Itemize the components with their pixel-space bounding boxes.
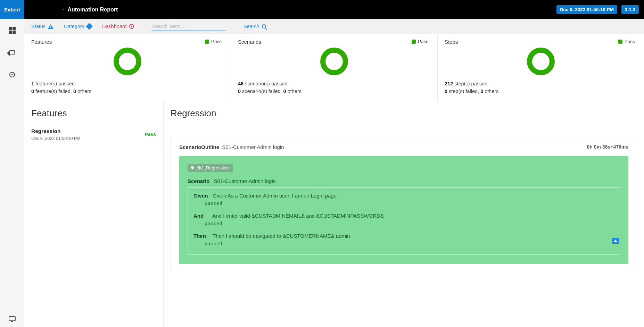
filter-status[interactable]: Status bbox=[31, 24, 53, 29]
steps-passed-text: step(s) passed bbox=[453, 81, 487, 86]
features-others-text: others bbox=[76, 89, 91, 94]
donut-features bbox=[114, 48, 141, 75]
card-scenarios-legend: Pass bbox=[418, 39, 428, 44]
summary-row: Features Pass 1 feature(s) passed 0 feat… bbox=[24, 34, 644, 102]
pass-dot-icon bbox=[205, 40, 209, 44]
card-features-legend: Pass bbox=[211, 39, 222, 44]
outline-name: S01-Customer Admin login bbox=[222, 144, 284, 150]
scenarios-passed-text: scenario(s) passed bbox=[243, 81, 288, 86]
tag-icon bbox=[190, 166, 195, 170]
step-row: Given Given As a Customer Admin user, I … bbox=[193, 193, 614, 206]
features-others-count: 0 bbox=[73, 89, 76, 94]
feature-item-regression[interactable]: Regression Dec 9, 2022 01:50:10 PM Pass bbox=[24, 123, 163, 146]
step-result: passed bbox=[205, 221, 614, 226]
step-text: Given As a Customer Admin user, I am on … bbox=[213, 193, 337, 199]
filter-status-label: Status bbox=[31, 24, 46, 29]
card-scenarios-title: Scenarios bbox=[238, 39, 430, 45]
feature-item-time: Dec 9, 2022 01:50:10 PM bbox=[31, 136, 156, 141]
scenarios-failed-count: 0 bbox=[238, 89, 241, 94]
dashboard-icon[interactable] bbox=[8, 26, 16, 34]
filter-dashboard[interactable]: Dashboard bbox=[102, 24, 134, 29]
steps-others-text: others bbox=[483, 89, 498, 94]
pass-dot-icon bbox=[618, 40, 622, 44]
nav-rail bbox=[0, 19, 24, 327]
filter-dashboard-label: Dashboard bbox=[102, 24, 127, 29]
step-text: And I enter valid &CUSTADMINEMAIL& and &… bbox=[212, 213, 383, 219]
detail-heading: Regression bbox=[164, 102, 644, 123]
features-passed-count: 1 bbox=[31, 81, 34, 86]
analysis-icon[interactable] bbox=[8, 70, 16, 79]
step-keyword: And bbox=[193, 213, 208, 219]
outline-label: ScenarioOutline bbox=[179, 144, 219, 150]
card-features-title: Features bbox=[31, 39, 224, 45]
step-box: Given Given As a Customer Admin user, I … bbox=[188, 187, 620, 255]
steps-failed-count: 0 bbox=[445, 89, 447, 94]
scenario-name: S01-Customer Admin login bbox=[214, 178, 276, 184]
steps-failed-text: step(s) failed, bbox=[447, 89, 480, 94]
tag-pill[interactable]: @J_Regression bbox=[188, 164, 233, 172]
search-input[interactable] bbox=[151, 22, 226, 31]
screenshot-icon[interactable] bbox=[612, 238, 619, 244]
card-scenarios: Scenarios Pass 46 scenario(s) passed 0 s… bbox=[231, 34, 438, 102]
step-result: passed bbox=[205, 201, 614, 206]
pass-dot-icon bbox=[412, 40, 416, 44]
search-button[interactable]: Search bbox=[243, 24, 266, 29]
card-steps-legend: Pass bbox=[625, 39, 635, 44]
card-steps: Steps Pass 212 step(s) passed 0 step(s) … bbox=[438, 34, 644, 102]
filter-bar: Status Category Dashboard Search bbox=[24, 19, 644, 34]
scenario-label: Scenario bbox=[188, 178, 209, 184]
detail-pane[interactable]: Regression ScenarioOutline S01-Customer … bbox=[163, 102, 644, 327]
scenarios-others-count: 0 bbox=[283, 89, 286, 94]
warning-icon bbox=[48, 24, 53, 29]
features-pane: Features Regression Dec 9, 2022 01:50:10… bbox=[24, 102, 163, 327]
outline-duration: 0h 0m 38s+476ms bbox=[587, 144, 628, 150]
scenarios-failed-text: scenario(s) failed, bbox=[241, 89, 283, 94]
report-title: Automation Report bbox=[63, 7, 118, 13]
scenarios-others-text: others bbox=[286, 89, 302, 94]
features-heading: Features bbox=[24, 102, 163, 123]
feature-item-status: Pass bbox=[145, 132, 156, 137]
features-failed-count: 0 bbox=[31, 89, 34, 94]
card-features: Features Pass 1 feature(s) passed 0 feat… bbox=[24, 34, 231, 102]
feature-item-title: Regression bbox=[31, 128, 156, 134]
timestamp-badge: Dec 9, 2022 01:50:10 PM bbox=[556, 5, 617, 14]
step-text: Then I should be navigated to &CUSTOMERN… bbox=[213, 233, 350, 239]
device-icon[interactable] bbox=[8, 315, 16, 323]
donut-scenarios bbox=[320, 48, 348, 75]
logo[interactable]: Extent bbox=[0, 0, 24, 19]
step-result: passed bbox=[205, 241, 614, 246]
version-badge: 3.1.2 bbox=[621, 5, 639, 14]
step-keyword: Then bbox=[193, 233, 208, 239]
filter-category-label: Category bbox=[64, 24, 84, 29]
search-icon bbox=[262, 24, 266, 28]
search-label: Search bbox=[243, 24, 259, 29]
tag-text: @J_Regression bbox=[197, 165, 229, 170]
step-row: And And I enter valid &CUSTADMINEMAIL& a… bbox=[193, 213, 614, 226]
step-keyword: Given bbox=[193, 193, 208, 199]
step-row: Then Then I should be navigated to &CUST… bbox=[193, 233, 614, 246]
steps-passed-count: 212 bbox=[445, 81, 453, 86]
scenarios-passed-count: 46 bbox=[238, 81, 243, 86]
tag-view-icon[interactable] bbox=[8, 48, 16, 57]
scenario-outline-card: ScenarioOutline S01-Customer Admin login… bbox=[171, 137, 637, 271]
filter-category[interactable]: Category bbox=[64, 24, 92, 29]
features-failed-text: feature(s) failed, bbox=[34, 89, 73, 94]
top-bar: Extent Automation Report Dec 9, 2022 01:… bbox=[0, 0, 644, 19]
scenario-block: @J_Regression Scenario S01-Customer Admi… bbox=[179, 156, 628, 264]
tag-icon bbox=[86, 23, 93, 30]
features-passed-text: feature(s) passed bbox=[34, 81, 75, 86]
card-steps-title: Steps bbox=[445, 39, 637, 45]
donut-steps bbox=[527, 48, 555, 75]
target-icon bbox=[129, 24, 134, 29]
